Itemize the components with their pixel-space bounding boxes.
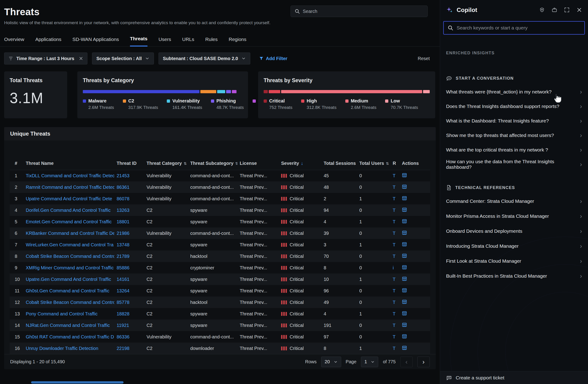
threat-name-link[interactable]: Cobalt Strike Beacon Command and Contro <box>23 296 114 308</box>
copilot-search-input[interactable] <box>457 25 581 31</box>
log-viewer-grid-icon[interactable] <box>402 288 407 293</box>
threat-id-link[interactable]: 85778 <box>114 296 144 308</box>
threat-name-link[interactable]: Dorifel.Gen Command And Control Traffic <box>23 204 114 216</box>
threat-name-link[interactable]: Gh0st RAT Command and Control Traffic D <box>23 331 114 342</box>
conversation-prompt-item[interactable]: Does the Threat Insights dashboard suppo… <box>440 99 588 113</box>
log-viewer-grid-icon[interactable] <box>402 242 407 247</box>
add-filter-button[interactable]: Add Filter <box>259 56 287 61</box>
threat-id-link[interactable]: 21453 <box>114 170 144 181</box>
create-support-ticket[interactable]: Create a support ticket <box>440 371 588 384</box>
truncated-link[interactable]: T <box>390 170 399 181</box>
threat-id-link[interactable]: 86336 <box>114 331 144 342</box>
conversation-prompt-item[interactable]: What are the top critical threats in my … <box>440 142 588 157</box>
tab-item[interactable]: Rules <box>205 37 218 46</box>
threat-id-link[interactable]: 86361 <box>114 181 144 193</box>
fullscreen-icon[interactable] <box>564 7 570 13</box>
col-total-sessions[interactable]: Total Sessions⇅ <box>321 157 357 170</box>
briefcase-icon[interactable] <box>552 7 557 13</box>
subtenant-chip[interactable]: Subtenant : Cloud SASE Demo 2.0 <box>159 52 250 65</box>
log-viewer-grid-icon[interactable] <box>402 253 407 258</box>
global-search[interactable] <box>291 5 428 17</box>
col-threat-subcategory[interactable]: Threat Subcategory⇅ <box>188 157 237 170</box>
tab-threats-active[interactable]: Threats <box>130 36 147 46</box>
log-viewer-grid-icon[interactable] <box>402 311 407 316</box>
truncated-link[interactable]: T <box>390 319 399 331</box>
log-viewer-grid-icon[interactable] <box>402 334 407 339</box>
threat-name-link[interactable]: WireLurker.Gen Command and Control Tra <box>23 239 114 250</box>
previous-page-button[interactable]: ‹ <box>400 357 413 367</box>
close-icon[interactable] <box>576 7 582 13</box>
reference-item[interactable]: Monitor Prisma Access in Strata Cloud Ma… <box>440 209 588 224</box>
remove-time-range-icon[interactable] <box>79 56 83 61</box>
threat-name-link[interactable]: Emotet.Gen Command and Control Traffic <box>23 216 114 227</box>
log-viewer-grid-icon[interactable] <box>402 230 407 235</box>
log-viewer-grid-icon[interactable] <box>402 207 407 212</box>
tab-item[interactable]: Regions <box>229 37 246 46</box>
log-viewer-grid-icon[interactable] <box>402 173 407 178</box>
tab-item[interactable]: Applications <box>35 37 62 46</box>
truncated-link[interactable]: T <box>390 181 399 193</box>
truncated-link[interactable]: T <box>390 250 399 262</box>
tab-item[interactable]: SD-WAN Applications <box>72 37 119 46</box>
threat-id-link[interactable]: 21789 <box>114 250 144 262</box>
truncated-link[interactable]: T <box>390 239 399 250</box>
threat-name-link[interactable]: Ramnit Command and Control Traffic Detec <box>23 181 114 193</box>
threat-id-link[interactable]: 21986 <box>114 227 144 239</box>
log-viewer-grid-icon[interactable] <box>402 299 407 304</box>
col-severity[interactable]: Severity↓ <box>279 157 321 170</box>
log-viewer-grid-icon[interactable] <box>402 265 407 270</box>
threat-name-link[interactable]: XMRig Miner Command and Control Traffic <box>23 262 114 273</box>
sort-icon[interactable]: ⇅ <box>386 162 388 165</box>
next-page-button[interactable]: › <box>417 357 430 367</box>
conversation-prompt-item[interactable]: What threats were {threat_action} in my … <box>440 85 588 99</box>
tab-item[interactable]: URLs <box>182 37 194 46</box>
conversation-prompt-item[interactable]: What is the Dashboard: Threat Insights f… <box>440 113 588 128</box>
sort-icon[interactable]: ⇅ <box>184 162 186 165</box>
scope-selection-chip[interactable]: Scope Selection : All <box>92 52 154 65</box>
truncated-link[interactable]: T <box>390 285 399 296</box>
truncated-link[interactable]: T <box>390 273 399 285</box>
col-total-users[interactable]: Total Users⇅ <box>357 157 390 170</box>
threat-id-link[interactable]: 18801 <box>114 216 144 227</box>
col-threat-category[interactable]: Threat Category⇅ <box>144 157 188 170</box>
threat-name-link[interactable]: Upatre.Gen Command And Control Traffic <box>23 273 114 285</box>
threat-id-link[interactable]: 13263 <box>114 204 144 216</box>
truncated-link[interactable]: T <box>390 296 399 308</box>
reference-item[interactable]: Built-In Best Practices in Strata Cloud … <box>440 269 588 283</box>
truncated-link[interactable]: T <box>390 308 399 319</box>
sort-icon[interactable]: ⇅ <box>235 162 237 165</box>
truncated-link[interactable]: T <box>390 204 399 216</box>
rows-per-page-select[interactable]: 20 <box>321 357 341 367</box>
threat-id-link[interactable]: 18828 <box>114 308 144 319</box>
search-input[interactable] <box>303 9 424 14</box>
log-viewer-grid-icon[interactable] <box>402 184 407 189</box>
conversation-prompt-item[interactable]: How can you use the data from the Threat… <box>440 157 588 172</box>
log-viewer-grid-icon[interactable] <box>402 322 407 327</box>
truncated-link[interactable]: T <box>390 227 399 239</box>
threat-name-link[interactable]: KRBanker Command and Control Traffic De <box>23 227 114 239</box>
threat-id-link[interactable]: 14161 <box>114 273 144 285</box>
reference-item[interactable]: Introducing Strata Cloud Manager › <box>440 239 588 253</box>
log-viewer-grid-icon[interactable] <box>402 196 407 201</box>
reference-item[interactable]: First Look at Strata Cloud Manager › <box>440 253 588 269</box>
conversation-prompt-item[interactable]: Show me the top threats that affected mo… <box>440 128 588 142</box>
threat-name-link[interactable]: NJRat.Gen Command and Control Traffic <box>23 319 114 331</box>
tab-item[interactable]: Users <box>159 37 171 46</box>
threat-name-link[interactable]: TixDLL Command and Control Traffic Detec <box>23 170 114 181</box>
threat-name-link[interactable]: Pony Command and Control Traffic <box>23 308 114 319</box>
threat-name-link[interactable]: Unruy Downloader Traffic Detection <box>23 342 114 354</box>
log-viewer-grid-icon[interactable] <box>402 276 407 281</box>
reference-item[interactable]: Command Center: Strata Cloud Manager › <box>440 194 588 209</box>
truncated-link[interactable]: T <box>390 193 399 204</box>
log-viewer-grid-icon[interactable] <box>402 345 407 350</box>
threat-id-link[interactable]: 22198 <box>114 342 144 354</box>
threat-id-link[interactable]: 11921 <box>114 319 144 331</box>
truncated-link[interactable]: T <box>390 342 399 354</box>
horizontal-scrollbar-thumb[interactable] <box>31 381 124 384</box>
privacy-shield-icon[interactable] <box>539 7 545 13</box>
threat-id-link[interactable]: 86078 <box>114 193 144 204</box>
sort-desc-icon[interactable]: ↓ <box>301 161 303 166</box>
threat-name-link[interactable]: Upatre Command And Control Traffic Dete <box>23 193 114 204</box>
threat-name-link[interactable]: Gh0st.Gen Command and Control Traffic <box>23 285 114 296</box>
truncated-link[interactable]: i <box>390 262 399 273</box>
